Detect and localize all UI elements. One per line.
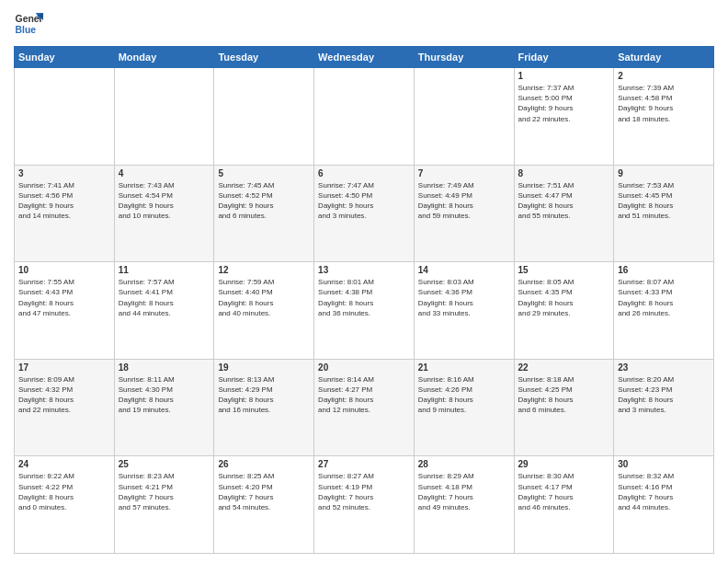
day-number: 10 bbox=[18, 265, 110, 275]
weekday-header-wednesday: Wednesday bbox=[314, 47, 415, 68]
day-number: 6 bbox=[318, 168, 410, 178]
calendar-cell: 15Sunrise: 8:05 AM Sunset: 4:35 PM Dayli… bbox=[514, 262, 614, 360]
day-number: 21 bbox=[418, 362, 510, 373]
day-number: 28 bbox=[418, 459, 510, 469]
header: General Blue bbox=[14, 9, 714, 39]
day-info: Sunrise: 7:45 AM Sunset: 4:52 PM Dayligh… bbox=[218, 180, 310, 222]
calendar-cell: 17Sunrise: 8:09 AM Sunset: 4:32 PM Dayli… bbox=[15, 359, 115, 456]
day-info: Sunrise: 8:07 AM Sunset: 4:33 PM Dayligh… bbox=[618, 277, 710, 318]
day-number: 4 bbox=[119, 168, 210, 178]
day-number: 26 bbox=[218, 459, 310, 469]
day-info: Sunrise: 8:09 AM Sunset: 4:32 PM Dayligh… bbox=[18, 374, 110, 416]
day-number: 12 bbox=[218, 265, 310, 275]
calendar-cell: 21Sunrise: 8:16 AM Sunset: 4:26 PM Dayli… bbox=[414, 359, 514, 456]
day-number: 25 bbox=[119, 459, 210, 469]
day-info: Sunrise: 8:01 AM Sunset: 4:38 PM Dayligh… bbox=[318, 277, 410, 318]
calendar-cell: 18Sunrise: 8:11 AM Sunset: 4:30 PM Dayli… bbox=[114, 359, 214, 456]
day-number: 1 bbox=[518, 71, 610, 81]
calendar-cell: 2Sunrise: 7:39 AM Sunset: 4:58 PM Daylig… bbox=[614, 68, 714, 166]
calendar-cell: 7Sunrise: 7:49 AM Sunset: 4:49 PM Daylig… bbox=[414, 165, 514, 262]
day-info: Sunrise: 7:47 AM Sunset: 4:50 PM Dayligh… bbox=[318, 180, 410, 222]
weekday-header-thursday: Thursday bbox=[414, 47, 514, 68]
weekday-header-sunday: Sunday bbox=[15, 47, 115, 68]
weekday-header-tuesday: Tuesday bbox=[214, 47, 314, 68]
day-info: Sunrise: 7:43 AM Sunset: 4:54 PM Dayligh… bbox=[119, 180, 210, 222]
weekday-header-row: SundayMondayTuesdayWednesdayThursdayFrid… bbox=[15, 47, 714, 68]
calendar-cell: 9Sunrise: 7:53 AM Sunset: 4:45 PM Daylig… bbox=[614, 165, 714, 262]
day-number: 15 bbox=[518, 265, 610, 275]
day-number: 16 bbox=[618, 265, 710, 275]
day-number: 11 bbox=[119, 265, 210, 275]
day-info: Sunrise: 7:59 AM Sunset: 4:40 PM Dayligh… bbox=[218, 277, 310, 318]
calendar-cell: 6Sunrise: 7:47 AM Sunset: 4:50 PM Daylig… bbox=[314, 165, 415, 262]
calendar-cell: 26Sunrise: 8:25 AM Sunset: 4:20 PM Dayli… bbox=[214, 456, 314, 554]
day-number: 19 bbox=[218, 362, 310, 373]
weekday-header-saturday: Saturday bbox=[614, 47, 714, 68]
day-info: Sunrise: 7:49 AM Sunset: 4:49 PM Dayligh… bbox=[418, 180, 510, 222]
calendar-cell: 8Sunrise: 7:51 AM Sunset: 4:47 PM Daylig… bbox=[514, 165, 614, 262]
day-info: Sunrise: 7:51 AM Sunset: 4:47 PM Dayligh… bbox=[518, 180, 610, 222]
calendar-cell: 1Sunrise: 7:37 AM Sunset: 5:00 PM Daylig… bbox=[514, 68, 614, 166]
day-info: Sunrise: 7:39 AM Sunset: 4:58 PM Dayligh… bbox=[618, 83, 710, 124]
day-number: 30 bbox=[618, 459, 710, 469]
day-info: Sunrise: 7:55 AM Sunset: 4:43 PM Dayligh… bbox=[18, 277, 110, 318]
day-info: Sunrise: 7:53 AM Sunset: 4:45 PM Dayligh… bbox=[618, 180, 710, 222]
calendar-cell: 5Sunrise: 7:45 AM Sunset: 4:52 PM Daylig… bbox=[214, 165, 314, 262]
calendar-cell: 27Sunrise: 8:27 AM Sunset: 4:19 PM Dayli… bbox=[314, 456, 415, 554]
day-info: Sunrise: 8:20 AM Sunset: 4:23 PM Dayligh… bbox=[618, 374, 710, 416]
calendar-cell: 11Sunrise: 7:57 AM Sunset: 4:41 PM Dayli… bbox=[114, 262, 214, 360]
day-number: 5 bbox=[218, 168, 310, 178]
calendar-cell bbox=[414, 68, 514, 166]
calendar-cell: 12Sunrise: 7:59 AM Sunset: 4:40 PM Dayli… bbox=[214, 262, 314, 360]
calendar-cell: 25Sunrise: 8:23 AM Sunset: 4:21 PM Dayli… bbox=[114, 456, 214, 554]
calendar-cell bbox=[15, 68, 115, 166]
day-info: Sunrise: 7:37 AM Sunset: 5:00 PM Dayligh… bbox=[518, 83, 610, 124]
calendar-cell: 16Sunrise: 8:07 AM Sunset: 4:33 PM Dayli… bbox=[614, 262, 714, 360]
day-info: Sunrise: 8:22 AM Sunset: 4:22 PM Dayligh… bbox=[18, 471, 110, 512]
calendar-table: SundayMondayTuesdayWednesdayThursdayFrid… bbox=[14, 46, 714, 554]
logo-icon: General Blue bbox=[14, 9, 43, 39]
calendar-cell bbox=[114, 68, 214, 166]
day-number: 27 bbox=[318, 459, 410, 469]
day-info: Sunrise: 8:25 AM Sunset: 4:20 PM Dayligh… bbox=[218, 471, 310, 512]
calendar-cell: 29Sunrise: 8:30 AM Sunset: 4:17 PM Dayli… bbox=[514, 456, 614, 554]
day-number: 17 bbox=[18, 362, 110, 373]
calendar-week-3: 10Sunrise: 7:55 AM Sunset: 4:43 PM Dayli… bbox=[15, 262, 714, 360]
day-number: 24 bbox=[18, 459, 110, 469]
weekday-header-friday: Friday bbox=[514, 47, 614, 68]
day-number: 14 bbox=[418, 265, 510, 275]
day-number: 18 bbox=[119, 362, 210, 373]
calendar-cell: 19Sunrise: 8:13 AM Sunset: 4:29 PM Dayli… bbox=[214, 359, 314, 456]
calendar-week-2: 3Sunrise: 7:41 AM Sunset: 4:56 PM Daylig… bbox=[15, 165, 714, 262]
day-info: Sunrise: 8:18 AM Sunset: 4:25 PM Dayligh… bbox=[518, 374, 610, 416]
day-number: 2 bbox=[618, 71, 710, 81]
calendar-cell: 13Sunrise: 8:01 AM Sunset: 4:38 PM Dayli… bbox=[314, 262, 415, 360]
calendar-cell: 20Sunrise: 8:14 AM Sunset: 4:27 PM Dayli… bbox=[314, 359, 415, 456]
day-info: Sunrise: 8:03 AM Sunset: 4:36 PM Dayligh… bbox=[418, 277, 510, 318]
calendar-cell: 10Sunrise: 7:55 AM Sunset: 4:43 PM Dayli… bbox=[15, 262, 115, 360]
day-info: Sunrise: 8:05 AM Sunset: 4:35 PM Dayligh… bbox=[518, 277, 610, 318]
day-number: 13 bbox=[318, 265, 410, 275]
calendar-cell bbox=[314, 68, 415, 166]
day-number: 8 bbox=[518, 168, 610, 178]
calendar-cell: 14Sunrise: 8:03 AM Sunset: 4:36 PM Dayli… bbox=[414, 262, 514, 360]
day-number: 7 bbox=[418, 168, 510, 178]
day-info: Sunrise: 8:29 AM Sunset: 4:18 PM Dayligh… bbox=[418, 471, 510, 512]
calendar-cell: 24Sunrise: 8:22 AM Sunset: 4:22 PM Dayli… bbox=[15, 456, 115, 554]
day-number: 9 bbox=[618, 168, 710, 178]
logo: General Blue bbox=[14, 9, 43, 39]
calendar-cell: 22Sunrise: 8:18 AM Sunset: 4:25 PM Dayli… bbox=[514, 359, 614, 456]
day-info: Sunrise: 8:13 AM Sunset: 4:29 PM Dayligh… bbox=[218, 374, 310, 416]
calendar-cell: 23Sunrise: 8:20 AM Sunset: 4:23 PM Dayli… bbox=[614, 359, 714, 456]
day-info: Sunrise: 8:11 AM Sunset: 4:30 PM Dayligh… bbox=[119, 374, 210, 416]
calendar-week-1: 1Sunrise: 7:37 AM Sunset: 5:00 PM Daylig… bbox=[15, 68, 714, 166]
calendar-cell: 4Sunrise: 7:43 AM Sunset: 4:54 PM Daylig… bbox=[114, 165, 214, 262]
svg-text:Blue: Blue bbox=[16, 25, 37, 35]
day-number: 23 bbox=[618, 362, 710, 373]
day-info: Sunrise: 8:14 AM Sunset: 4:27 PM Dayligh… bbox=[318, 374, 410, 416]
day-info: Sunrise: 7:57 AM Sunset: 4:41 PM Dayligh… bbox=[119, 277, 210, 318]
weekday-header-monday: Monday bbox=[114, 47, 214, 68]
calendar-cell: 30Sunrise: 8:32 AM Sunset: 4:16 PM Dayli… bbox=[614, 456, 714, 554]
day-info: Sunrise: 8:27 AM Sunset: 4:19 PM Dayligh… bbox=[318, 471, 410, 512]
day-info: Sunrise: 7:41 AM Sunset: 4:56 PM Dayligh… bbox=[18, 180, 110, 222]
